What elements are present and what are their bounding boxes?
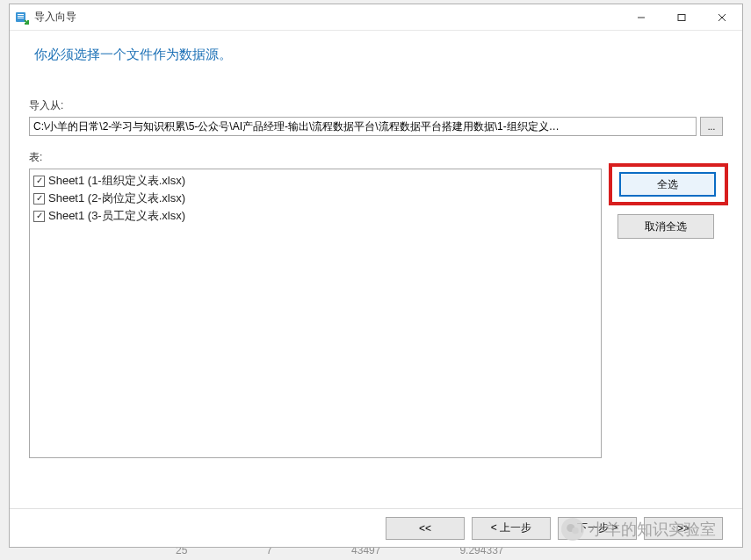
tables-row: ✓ Sheet1 (1-组织定义表.xlsx) ✓ Sheet1 (2-岗位定义… <box>29 169 723 499</box>
list-item[interactable]: ✓ Sheet1 (2-岗位定义表.xlsx) <box>33 190 597 207</box>
list-item[interactable]: ✓ Sheet1 (3-员工定义表.xlsx) <box>33 207 597 225</box>
import-path-input[interactable] <box>29 117 697 136</box>
close-button[interactable] <box>702 4 742 30</box>
svg-rect-1 <box>18 14 24 15</box>
checkbox-icon[interactable]: ✓ <box>33 193 45 205</box>
browse-button[interactable]: ... <box>700 117 723 136</box>
content-area: 你必须选择一个文件作为数据源。 导入从: ... 表: ✓ Sheet1 (1-… <box>10 31 742 508</box>
svg-rect-5 <box>678 14 685 20</box>
next-button[interactable]: 下一步 > <box>558 517 637 540</box>
import-wizard-window: 导入向导 你必须选择一个文件作为数据源。 导入从: ... 表: ✓ S <box>9 4 743 548</box>
deselect-all-button[interactable]: 取消全选 <box>617 214 714 239</box>
checkbox-icon[interactable]: ✓ <box>33 176 45 187</box>
import-from-row: ... <box>29 117 723 136</box>
last-button[interactable]: >> <box>644 517 723 540</box>
tables-listbox[interactable]: ✓ Sheet1 (1-组织定义表.xlsx) ✓ Sheet1 (2-岗位定义… <box>29 169 602 458</box>
list-item-label: Sheet1 (1-组织定义表.xlsx) <box>48 173 185 189</box>
window-title: 导入向导 <box>34 10 621 25</box>
list-item-label: Sheet1 (3-员工定义表.xlsx) <box>48 208 185 224</box>
checkbox-icon[interactable]: ✓ <box>33 211 45 222</box>
wizard-footer: << < 上一步 下一步 > >> <box>10 508 742 547</box>
app-icon <box>15 11 29 25</box>
svg-rect-0 <box>16 12 25 22</box>
list-item[interactable]: ✓ Sheet1 (1-组织定义表.xlsx) <box>33 172 597 190</box>
minimize-button[interactable] <box>621 4 661 30</box>
first-button[interactable]: << <box>386 517 465 540</box>
highlight-annotation: 全选 <box>609 163 728 205</box>
titlebar: 导入向导 <box>10 4 742 31</box>
svg-rect-3 <box>18 18 24 18</box>
maximize-button[interactable] <box>661 4 702 30</box>
svg-rect-2 <box>18 16 24 17</box>
select-all-button[interactable]: 全选 <box>619 172 716 197</box>
side-buttons: 全选 取消全选 <box>617 169 723 499</box>
import-from-label: 导入从: <box>29 98 723 113</box>
list-item-label: Sheet1 (2-岗位定义表.xlsx) <box>48 190 185 206</box>
headline-text: 你必须选择一个文件作为数据源。 <box>34 47 723 63</box>
window-controls <box>621 4 742 30</box>
prev-button[interactable]: < 上一步 <box>472 517 551 540</box>
